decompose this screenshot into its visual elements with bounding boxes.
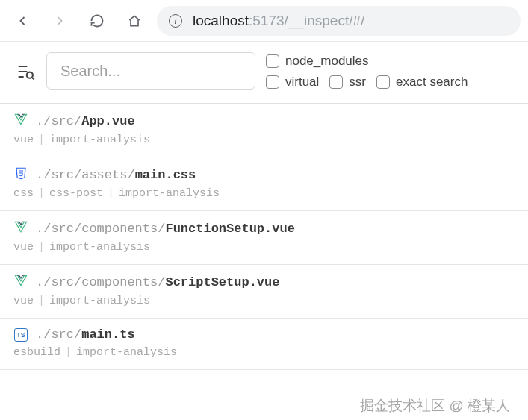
css-icon — [14, 166, 28, 183]
checkbox-icon — [266, 75, 279, 89]
file-item-head: ./src/components/ScriptSetup.vue — [13, 274, 515, 290]
file-item[interactable]: ./src/App.vuevue|import-analysis — [0, 104, 528, 157]
file-type-icon — [13, 220, 28, 236]
file-path: ./src/components/FunctionSetup.vue — [36, 222, 295, 236]
file-list: ./src/App.vuevue|import-analysis./src/as… — [0, 104, 528, 370]
inspect-toolbar: node_modules virtual ssr exact search — [0, 42, 528, 104]
site-info-icon[interactable]: i — [169, 14, 182, 28]
filter-exact-search[interactable]: exact search — [376, 75, 468, 90]
home-button[interactable] — [119, 6, 149, 36]
plugin-chain: esbuild|import-analysis — [13, 346, 515, 359]
file-item-head: TS./src/main.ts — [13, 327, 515, 342]
forward-button[interactable] — [45, 6, 75, 36]
plugin-chain: vue|import-analysis — [13, 295, 515, 307]
watermark: 掘金技术社区 @ 橙某人 — [360, 396, 510, 416]
back-button[interactable] — [7, 6, 37, 36]
vue-icon — [14, 113, 28, 129]
reload-button[interactable] — [82, 6, 112, 36]
file-type-icon — [13, 113, 28, 129]
file-type-icon — [13, 166, 28, 183]
filter-group: node_modules virtual ssr exact search — [266, 52, 468, 90]
checkbox-icon — [266, 54, 279, 68]
file-type-icon — [13, 274, 28, 290]
file-item-head: ./src/assets/main.css — [13, 166, 515, 183]
address-bar[interactable]: i localhost:5173/__inspect/#/ — [157, 6, 521, 36]
file-path: ./src/assets/main.css — [36, 168, 196, 182]
search-input[interactable] — [46, 52, 255, 90]
plugin-chain: css|css-post|import-analysis — [13, 187, 515, 200]
file-item-head: ./src/components/FunctionSetup.vue — [13, 220, 515, 236]
browser-toolbar: i localhost:5173/__inspect/#/ — [0, 0, 528, 42]
file-type-icon: TS — [13, 328, 28, 342]
file-path: ./src/components/ScriptSetup.vue — [36, 275, 279, 289]
ts-icon: TS — [14, 328, 28, 342]
file-item-head: ./src/App.vue — [13, 113, 515, 129]
file-path: ./src/main.ts — [36, 327, 135, 342]
filter-virtual[interactable]: virtual — [266, 75, 319, 90]
plugin-chain: vue|import-analysis — [13, 134, 515, 146]
plugin-chain: vue|import-analysis — [13, 241, 515, 254]
file-item[interactable]: ./src/components/ScriptSetup.vuevue|impo… — [0, 265, 528, 319]
url-text: localhost:5173/__inspect/#/ — [193, 13, 364, 29]
checkbox-icon — [376, 75, 390, 89]
vue-icon — [14, 220, 28, 236]
file-item[interactable]: TS./src/main.tsesbuild|import-analysis — [0, 319, 528, 370]
file-path: ./src/App.vue — [36, 114, 135, 128]
file-item[interactable]: ./src/assets/main.csscss|css-post|import… — [0, 157, 528, 211]
filter-ssr[interactable]: ssr — [329, 75, 366, 90]
inspect-icon[interactable] — [15, 61, 36, 82]
svg-point-0 — [27, 72, 33, 78]
file-item[interactable]: ./src/components/FunctionSetup.vuevue|im… — [0, 211, 528, 265]
filter-node-modules[interactable]: node_modules — [266, 54, 369, 69]
checkbox-icon — [329, 75, 343, 89]
vue-icon — [14, 274, 28, 290]
